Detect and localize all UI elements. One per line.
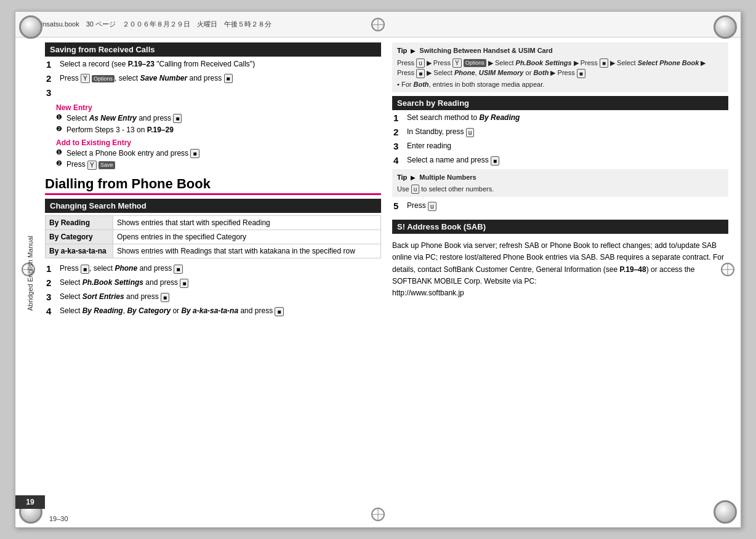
substep-2-2: ❷ Press Y Save xyxy=(56,159,381,170)
step-3: 3 xyxy=(45,87,381,98)
dialling-section-header: Dialling from Phone Book xyxy=(45,176,381,195)
step-num-1: 1 xyxy=(46,59,57,70)
search-step-5: 5 Press u xyxy=(392,201,728,212)
tip1-title: Switching Between Handset & USIM Card xyxy=(419,47,552,54)
header-text: J410_insatsu.book 30 ページ ２００６年８月２９日 火曜日 … xyxy=(23,20,271,29)
tip-box-1: Tip▶ Switching Between Handset & USIM Ca… xyxy=(392,42,728,92)
substep-1-2: ❷ Perform Steps 3 - 13 on P.19–29 xyxy=(56,125,381,135)
page-number-box: 19 xyxy=(15,495,45,509)
method-table: By Reading Shows entries that start with… xyxy=(45,215,381,258)
corner-decoration-tr xyxy=(714,15,737,39)
sab-section-header: S! Address Book (SAB) xyxy=(392,220,728,234)
dial-step-1: 1 Press ■, select Phone and press ■ xyxy=(45,263,381,274)
sab-text: Back up Phone Book via server; refresh S… xyxy=(392,240,728,299)
page-number: 19 xyxy=(26,498,34,506)
dial-step-2: 2 Select Ph.Book Settings and press ■ xyxy=(45,277,381,289)
method-desc-category: Opens entries in the specified Category xyxy=(113,230,381,244)
step-num-3: 3 xyxy=(46,87,57,98)
method-name-reading: By Reading xyxy=(46,216,113,230)
tip-box-2: Tip▶ Multiple Numbers Use u to select ot… xyxy=(392,169,728,197)
step-text-2: Press Y Options, select Save Number and … xyxy=(60,73,233,84)
saving-section-header: Saving from Received Calls xyxy=(45,42,381,57)
search-step-3: 3 Enter reading xyxy=(392,141,728,152)
two-column-layout: Saving from Received Calls 1 Select a re… xyxy=(45,38,728,509)
add-to-existing-label: Add to Existing Entry xyxy=(56,138,381,147)
page: J410_insatsu.book 30 ページ ２００６年８月２９日 火曜日 … xyxy=(15,11,741,528)
page-outer: J410_insatsu.book 30 ページ ２００６年８月２９日 火曜日 … xyxy=(0,0,756,539)
footer-page: 19–30 xyxy=(49,515,68,522)
tip2-title: Multiple Numbers xyxy=(419,174,476,181)
new-entry-label: New Entry xyxy=(56,103,381,112)
substep-2-1: ❶ Select a Phone Book entry and press ■ xyxy=(56,148,381,159)
table-row-reading: By Reading Shows entries that start with… xyxy=(46,216,381,230)
corner-decoration-tl xyxy=(19,15,42,39)
sidebar-label: Abridged English Manual xyxy=(26,236,34,311)
substep-1-1: ❶ Select As New Entry and press ■ xyxy=(56,113,381,124)
search-step-1: 1 Set search method to By Reading xyxy=(392,113,728,124)
table-row-category: By Category Opens entries in the specifi… xyxy=(46,230,381,244)
right-column: Tip▶ Switching Between Handset & USIM Ca… xyxy=(392,42,728,509)
step-num-2: 2 xyxy=(46,73,57,84)
search-step-2: 2 In Standby, press u xyxy=(392,127,728,138)
footer-bar: 19–30 xyxy=(15,510,741,527)
left-column: Saving from Received Calls 1 Select a re… xyxy=(45,42,381,509)
step-2: 2 Press Y Options, select Save Number an… xyxy=(45,73,381,84)
crosshair-top xyxy=(371,18,385,31)
sidebar: Abridged English Manual xyxy=(15,38,45,509)
step-1: 1 Select a record (see P.19–23 "Calling … xyxy=(45,59,381,70)
search-step-4: 4 Select a name and press ■ xyxy=(392,155,728,166)
content-area: Saving from Received Calls 1 Select a re… xyxy=(45,38,728,509)
table-row-akasatana: By a-ka-sa-ta-na Shows entries with Read… xyxy=(46,244,381,258)
dial-step-3: 3 Select Sort Entries and press ■ xyxy=(45,292,381,303)
method-name-category: By Category xyxy=(46,230,113,244)
method-desc-akasatana: Shows entries with Readings that start w… xyxy=(113,244,381,258)
search-section-header: Search by Reading xyxy=(392,96,728,110)
dial-step-4: 4 Select By Reading, By Category or By a… xyxy=(45,306,381,317)
method-desc-reading: Shows entries that start with specified … xyxy=(113,216,381,230)
method-name-akasatana: By a-ka-sa-ta-na xyxy=(46,244,113,258)
step-text-1: Select a record (see P.19–23 "Calling fr… xyxy=(60,59,255,70)
changing-search-header: Changing Search Method xyxy=(45,199,381,213)
